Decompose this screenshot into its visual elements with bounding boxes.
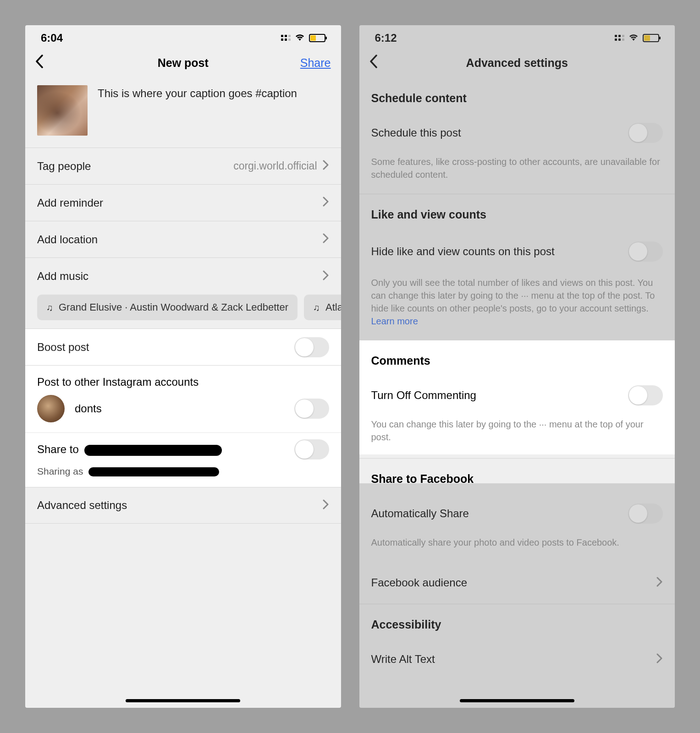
nav-bar: New post Share xyxy=(25,48,341,78)
wifi-icon xyxy=(628,32,639,44)
hide-counts-toggle[interactable] xyxy=(628,241,663,262)
tag-people-label: Tag people xyxy=(37,160,91,173)
home-indicator[interactable] xyxy=(460,699,574,702)
facebook-desc: Automatically share your photo and video… xyxy=(359,533,675,562)
post-other-accounts-label: Post to other Instagram accounts xyxy=(25,366,341,395)
add-reminder-label: Add reminder xyxy=(37,197,103,209)
schedule-toggle-row[interactable]: Schedule this post xyxy=(359,113,675,153)
accessibility-header: Accessibility xyxy=(359,604,675,640)
caption-row[interactable]: This is where your caption goes #caption xyxy=(25,78,341,148)
add-location-row[interactable]: Add location xyxy=(25,221,341,258)
white-panel: Boost post Post to other Instagram accou… xyxy=(25,329,341,487)
status-icons xyxy=(281,32,325,44)
schedule-desc: Some features, like cross-posting to oth… xyxy=(359,153,675,194)
chevron-right-icon xyxy=(656,652,663,667)
auto-share-toggle[interactable] xyxy=(628,503,663,524)
facebook-section: Share to Facebook Automatically Share Au… xyxy=(359,458,675,604)
comments-section: Comments Turn Off Commenting You can cha… xyxy=(359,340,675,454)
sharing-as-prefix: Sharing as xyxy=(37,466,83,476)
chevron-right-icon xyxy=(323,159,329,173)
tag-people-row[interactable]: Tag people corgi.world.official xyxy=(25,148,341,185)
music-chip[interactable]: ♫ Grand Elusive · Austin Woodward & Zack… xyxy=(37,295,298,320)
likes-desc: Only you will see the total number of li… xyxy=(359,274,675,340)
redacted-text xyxy=(88,467,219,476)
advanced-settings-row[interactable]: Advanced settings xyxy=(25,487,341,524)
phone-new-post: 6:04 New post Share This is where your c… xyxy=(25,25,341,708)
comments-desc: You can change this later by going to th… xyxy=(359,415,675,454)
accessibility-section: Accessibility Write Alt Text xyxy=(359,604,675,679)
likes-section: Like and view counts Hide like and view … xyxy=(359,194,675,340)
alt-text-row[interactable]: Write Alt Text xyxy=(359,640,675,679)
other-account-toggle[interactable] xyxy=(294,399,329,419)
schedule-section: Schedule content Schedule this post Some… xyxy=(359,78,675,194)
chevron-right-icon xyxy=(323,196,329,210)
music-chip[interactable]: ♫ Atlan xyxy=(304,295,341,320)
account-name: donts xyxy=(75,402,102,415)
cellular-icon xyxy=(281,35,291,41)
facebook-audience-label: Facebook audience xyxy=(371,576,467,589)
auto-share-label: Automatically Share xyxy=(371,507,469,520)
sharing-as-row: Sharing as xyxy=(25,466,341,487)
chevron-right-icon xyxy=(656,576,663,590)
share-button[interactable]: Share xyxy=(300,56,331,70)
chevron-right-icon xyxy=(323,269,329,284)
alt-text-label: Write Alt Text xyxy=(371,653,435,666)
turn-off-commenting-toggle[interactable] xyxy=(628,385,663,405)
hide-counts-row[interactable]: Hide like and view counts on this post xyxy=(359,230,675,274)
schedule-header: Schedule content xyxy=(359,78,675,113)
turn-off-commenting-label: Turn Off Commenting xyxy=(371,389,476,402)
auto-share-row[interactable]: Automatically Share xyxy=(359,494,675,533)
music-note-icon: ♫ xyxy=(313,302,320,313)
schedule-toggle[interactable] xyxy=(628,123,663,143)
facebook-audience-row[interactable]: Facebook audience xyxy=(359,562,675,604)
options-list: Tag people corgi.world.official Add remi… xyxy=(25,148,341,524)
battery-icon xyxy=(643,34,659,42)
page-title: New post xyxy=(158,56,209,70)
music-chip-label: Grand Elusive · Austin Woodward & Zack L… xyxy=(59,301,288,313)
advanced-settings-label: Advanced settings xyxy=(37,499,127,512)
tag-people-value: corgi.world.official xyxy=(233,160,317,172)
page-title: Advanced settings xyxy=(466,56,568,70)
hide-counts-label: Hide like and view counts on this post xyxy=(371,245,555,258)
music-chips: ♫ Grand Elusive · Austin Woodward & Zack… xyxy=(25,295,341,328)
other-account-row[interactable]: donts xyxy=(25,395,341,432)
phone-advanced-settings: 6:12 Advanced settings Schedule content … xyxy=(359,25,675,708)
back-button[interactable] xyxy=(369,54,379,72)
schedule-toggle-label: Schedule this post xyxy=(371,126,461,139)
status-bar: 6:12 xyxy=(359,25,675,48)
status-icons xyxy=(615,32,659,44)
back-button[interactable] xyxy=(35,54,44,72)
add-music-label: Add music xyxy=(37,270,88,283)
boost-post-label: Boost post xyxy=(37,341,89,354)
wifi-icon xyxy=(294,32,305,44)
music-note-icon: ♫ xyxy=(46,302,53,313)
add-music-block: Add music ♫ Grand Elusive · Austin Woodw… xyxy=(25,258,341,329)
share-to-toggle[interactable] xyxy=(294,439,329,459)
home-indicator[interactable] xyxy=(126,699,240,702)
share-to-row[interactable]: Share to xyxy=(25,433,341,466)
status-time: 6:04 xyxy=(41,32,63,44)
status-time: 6:12 xyxy=(375,32,397,44)
chevron-right-icon xyxy=(323,232,329,246)
share-to-prefix: Share to xyxy=(37,443,79,455)
battery-icon xyxy=(309,34,325,42)
boost-post-row[interactable]: Boost post xyxy=(25,329,341,366)
caption-text[interactable]: This is where your caption goes #caption xyxy=(98,85,297,100)
redacted-text xyxy=(84,445,222,456)
account-avatar xyxy=(37,395,65,422)
add-music-row[interactable]: Add music xyxy=(25,258,341,295)
cellular-icon xyxy=(615,35,624,41)
chevron-right-icon xyxy=(323,498,329,513)
music-chip-label: Atlan xyxy=(325,301,341,313)
boost-post-toggle[interactable] xyxy=(294,337,329,357)
nav-bar: Advanced settings xyxy=(359,48,675,78)
learn-more-link[interactable]: Learn more xyxy=(371,316,418,326)
comments-header: Comments xyxy=(359,340,675,376)
likes-header: Like and view counts xyxy=(359,194,675,230)
facebook-header: Share to Facebook xyxy=(359,459,675,494)
post-thumbnail[interactable] xyxy=(37,85,88,136)
status-bar: 6:04 xyxy=(25,25,341,48)
add-location-label: Add location xyxy=(37,233,98,246)
turn-off-commenting-row[interactable]: Turn Off Commenting xyxy=(359,376,675,415)
add-reminder-row[interactable]: Add reminder xyxy=(25,185,341,221)
